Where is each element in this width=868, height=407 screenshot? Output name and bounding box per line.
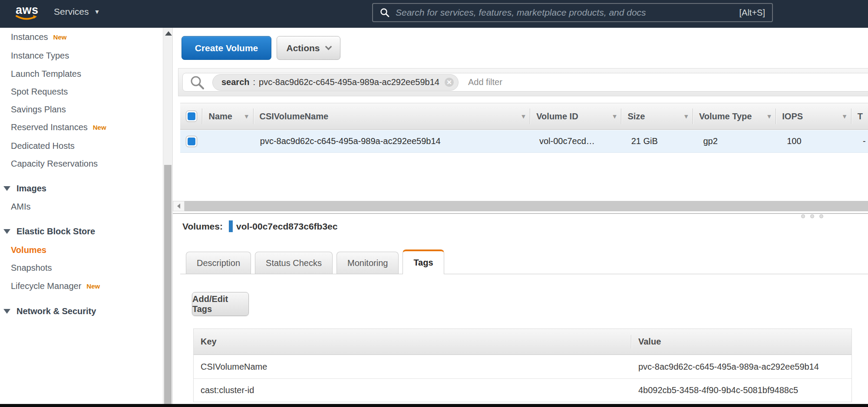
sidebar-item-spot-requests[interactable]: Spot Requests (11, 87, 68, 98)
aws-smile-icon (16, 15, 38, 22)
magnifier-icon (190, 75, 205, 90)
remove-filter-icon[interactable]: ✕ (445, 78, 454, 87)
search-icon (380, 8, 389, 17)
sidebar-section-images[interactable]: Images (3, 184, 46, 195)
column-header-throughput[interactable]: T (851, 103, 868, 129)
collapse-triangle-icon (3, 186, 10, 191)
sidebar-navigation: InstancesNew Instance Types Launch Templ… (0, 28, 173, 404)
sidebar-item-instance-types[interactable]: Instance Types (11, 51, 69, 62)
pane-resize-handle[interactable] (801, 214, 823, 218)
filter-separator: : (253, 77, 256, 87)
chevron-down-icon (325, 43, 332, 50)
volume-table-row[interactable]: pvc-8ac9d62c-c645-495a-989a-ac292ee59b14… (180, 130, 868, 153)
active-filter-tag[interactable]: search : pvc-8ac9d62c-c645-495a-989a-ac2… (212, 74, 459, 91)
create-volume-button[interactable]: Create Volume (182, 36, 271, 60)
cell-volume-id: vol-00c7ecd… (533, 130, 625, 152)
checkbox-checked-fill (188, 138, 195, 145)
sidebar-scrollbar-thumb[interactable] (164, 165, 172, 404)
tags-table-row: cast:cluster-id 4b092cb5-3458-4f90-9b4c-… (194, 378, 851, 402)
selected-volume-id: vol-00c7ecd873c6fb3ec (236, 221, 338, 232)
cell-csivolumename: pvc-8ac9d62c-c645-495a-989a-ac292ee59b14 (254, 130, 533, 152)
sort-icon: ▾ (245, 112, 248, 120)
sidebar-item-reserved-instances[interactable]: Reserved InstancesNew (11, 122, 106, 134)
detail-panel-title: Volumes: vol-00c7ecd873c6fb3ec (182, 220, 337, 232)
sidebar-item-amis[interactable]: AMIs (11, 202, 31, 213)
row-checkbox[interactable] (186, 136, 197, 147)
tab-status-checks[interactable]: Status Checks (255, 252, 333, 274)
cell-name (203, 130, 254, 152)
volumes-table-header: Name ▾ CSIVolumeName ▾ Volume ID ▾ Size … (180, 103, 868, 130)
tag-key: CSIVolumeName (194, 355, 631, 378)
collapse-triangle-icon (3, 229, 10, 234)
new-badge: New (86, 282, 100, 290)
sidebar-item-launch-templates[interactable]: Launch Templates (11, 69, 81, 80)
actions-dropdown-button[interactable]: Actions (277, 36, 340, 60)
pane-divider (173, 213, 868, 214)
tab-monitoring[interactable]: Monitoring (337, 252, 399, 274)
column-header-csivolumename[interactable]: CSIVolumeName ▾ (254, 103, 531, 129)
add-filter-button[interactable]: Add filter (468, 77, 502, 87)
scroll-left-icon (177, 204, 180, 209)
filter-search-input[interactable]: search : pvc-8ac9d62c-c645-495a-989a-ac2… (182, 73, 868, 92)
column-header-volume-id[interactable]: Volume ID ▾ (530, 103, 621, 129)
column-header-name[interactable]: Name ▾ (202, 103, 253, 129)
sidebar-scrollbar[interactable] (163, 28, 173, 404)
sidebar-item-snapshots[interactable]: Snapshots (11, 263, 52, 274)
sidebar-item-lifecycle-manager[interactable]: Lifecycle ManagerNew (11, 281, 100, 292)
sidebar-section-network-security[interactable]: Network & Security (3, 306, 96, 318)
sidebar-item-instances[interactable]: InstancesNew (11, 32, 66, 43)
tab-tags[interactable]: Tags (403, 249, 444, 274)
tag-key: cast:cluster-id (194, 379, 631, 402)
cell-size: 21 GiB (625, 130, 697, 152)
tab-description[interactable]: Description (186, 252, 251, 274)
sidebar-item-volumes[interactable]: Volumes (11, 245, 46, 256)
services-chevron-icon: ▼ (94, 8, 100, 15)
scroll-left-button[interactable] (173, 201, 185, 211)
column-header-size[interactable]: Size ▾ (621, 103, 693, 129)
scroll-up-icon[interactable] (165, 31, 172, 36)
aws-logo[interactable]: aws (16, 4, 38, 23)
column-header-iops[interactable]: IOPS ▾ (776, 103, 851, 129)
sidebar-item-capacity-reservations[interactable]: Capacity Reservations (11, 159, 98, 170)
detail-tabs: Description Status Checks Monitoring Tag… (186, 249, 444, 274)
services-menu[interactable]: Services ▼ (54, 7, 100, 17)
search-placeholder: Search for services, features, marketpla… (396, 7, 739, 18)
sort-icon: ▾ (613, 112, 617, 120)
global-search-input[interactable]: Search for services, features, marketpla… (372, 3, 773, 22)
select-all-checkbox[interactable] (186, 111, 197, 122)
select-all-checkbox-cell (180, 103, 202, 129)
sidebar-section-elastic-block-store[interactable]: Elastic Block Store (3, 226, 95, 238)
sort-icon: ▾ (843, 112, 846, 120)
add-edit-tags-button[interactable]: Add/Edit Tags (192, 292, 249, 316)
tag-value: 4b092cb5-3458-4f90-9b4c-5081bf9488c5 (631, 379, 851, 402)
filter-value: pvc-8ac9d62c-c645-495a-989a-ac292ee59b14 (259, 77, 439, 87)
cell-iops: 100 (781, 130, 857, 152)
selection-indicator-bar (229, 220, 233, 232)
horizontal-scrollbar[interactable] (173, 201, 868, 211)
column-header-volume-type[interactable]: Volume Type ▾ (693, 103, 776, 129)
sidebar-item-dedicated-hosts[interactable]: Dedicated Hosts (11, 141, 75, 152)
tags-table-header: Key Value (194, 329, 851, 355)
tags-table-row: CSIVolumeName pvc-8ac9d62c-c645-495a-989… (194, 355, 851, 378)
tags-table: Key Value CSIVolumeName pvc-8ac9d62c-c64… (193, 328, 852, 402)
tags-header-value: Value (631, 329, 851, 354)
services-label: Services (54, 7, 89, 17)
collapse-triangle-icon (3, 309, 10, 314)
panel-title-prefix: Volumes: (182, 221, 223, 232)
filter-bar: search : pvc-8ac9d62c-c645-495a-989a-ac2… (178, 68, 868, 96)
sort-icon: ▾ (684, 112, 688, 120)
aws-logo-text: aws (16, 4, 38, 16)
tag-value: pvc-8ac9d62c-c645-495a-989a-ac292ee59b14 (631, 355, 851, 378)
sort-icon: ▾ (522, 112, 525, 120)
tags-header-key: Key (194, 329, 631, 354)
cell-volume-type: gp2 (697, 130, 781, 152)
horizontal-scrollbar-thumb[interactable] (185, 201, 868, 211)
top-navigation-bar: aws Services ▼ Search for services, feat… (0, 0, 868, 28)
cell-throughput: - (857, 130, 868, 152)
tabs-baseline (180, 274, 868, 274)
row-checkbox-cell (180, 130, 203, 152)
filter-key: search (221, 77, 250, 87)
sidebar-item-savings-plans[interactable]: Savings Plans (11, 105, 66, 116)
sort-icon: ▾ (768, 112, 771, 120)
checkbox-checked-fill (188, 112, 195, 120)
